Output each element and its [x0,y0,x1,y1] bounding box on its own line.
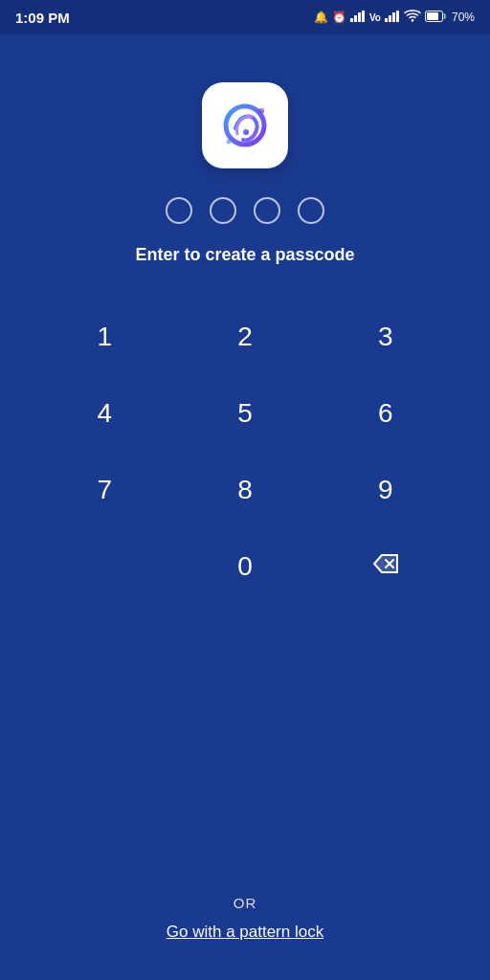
svg-rect-4 [385,18,388,22]
numpad-key-1[interactable]: 1 [34,299,175,375]
passcode-dot-1 [166,197,192,224]
battery-icon [425,11,446,25]
numpad-key-0[interactable]: 0 [175,528,316,605]
svg-rect-0 [350,18,353,22]
backspace-icon [372,553,399,580]
svg-point-13 [258,108,264,114]
alarm-icon: ⏰ [332,11,346,24]
numpad-key-3[interactable]: 3 [315,299,456,375]
app-logo-svg [212,92,278,159]
battery-percentage: 70% [452,11,475,24]
numpad-key-9[interactable]: 9 [315,452,456,528]
signal-icon [350,11,366,25]
wifi-icon [404,10,421,26]
bottom-section: OR Go with a pattern lock [0,605,490,980]
silent-icon: 🔔 [314,11,328,24]
numpad-key-backspace[interactable] [315,528,456,605]
passcode-dot-3 [254,197,280,224]
pattern-lock-link[interactable]: Go with a pattern lock [167,923,323,942]
numpad: 1 2 3 4 5 6 7 8 9 0 [34,299,456,605]
svg-point-14 [227,140,232,145]
numpad-key-8[interactable]: 8 [175,452,316,528]
status-icons: 🔔 ⏰ Vo [314,10,475,26]
numpad-key-empty [34,528,175,605]
or-label: OR [234,895,257,911]
instruction-text: Enter to create a passcode [135,245,354,265]
svg-rect-1 [354,15,357,22]
svg-rect-7 [396,11,399,22]
svg-rect-6 [392,12,395,22]
passcode-dot-2 [210,197,236,224]
volte-icon: Vo [369,12,381,23]
svg-rect-3 [362,11,365,22]
passcode-dot-4 [298,197,324,224]
passcode-dots [166,197,324,224]
numpad-key-7[interactable]: 7 [34,452,175,528]
svg-rect-10 [427,12,438,20]
numpad-key-6[interactable]: 6 [315,375,456,452]
numpad-key-4[interactable]: 4 [34,375,175,452]
svg-rect-5 [389,15,391,22]
svg-point-12 [243,129,249,135]
numpad-key-5[interactable]: 5 [175,375,316,452]
status-time: 1:09 PM [15,10,70,26]
status-bar: 1:09 PM 🔔 ⏰ Vo [0,0,490,34]
signal2-icon [385,11,400,25]
app-logo [202,82,288,168]
svg-rect-2 [358,12,361,22]
svg-point-8 [412,19,413,21]
numpad-key-2[interactable]: 2 [175,299,316,375]
main-content: Enter to create a passcode 1 2 3 4 5 6 7… [0,34,490,605]
